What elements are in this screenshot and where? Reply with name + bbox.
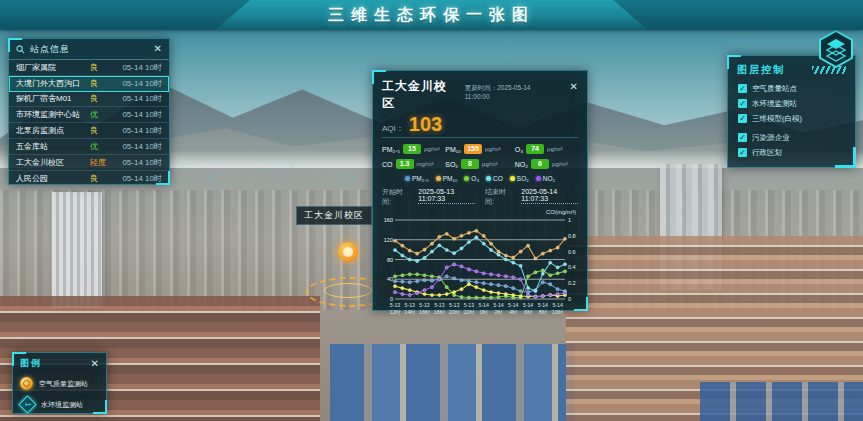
layer-checkbox[interactable]: ✓: [738, 133, 747, 142]
svg-text:80: 80: [387, 257, 393, 263]
terrain-contour-lines: [150, 150, 370, 190]
station-row[interactable]: 工大金川校区轻度05-14 10时: [9, 155, 169, 171]
svg-text:160: 160: [384, 217, 393, 223]
chart-legend-item[interactable]: NO₂: [536, 175, 555, 182]
legend-color-dot: [464, 176, 469, 181]
start-time-label: 开始时间:: [382, 187, 408, 207]
legend-panel-header: 图例 ✕: [20, 357, 99, 370]
station-time: 05-14 10时: [114, 109, 162, 120]
end-time-input[interactable]: 2025-05-14 11:07:33: [521, 188, 578, 204]
pollutant-label: PM₂.₅: [382, 146, 400, 153]
station-grade: 轻度: [90, 157, 114, 168]
industrial-blue-roofs: [330, 344, 575, 421]
svg-text:5-144时: 5-144时: [508, 302, 518, 315]
layer-item-1[interactable]: ✓水环境监测站: [728, 96, 855, 111]
station-row[interactable]: 探机厂宿舍M01良05-14 10时: [9, 92, 169, 108]
station-row[interactable]: 人民公园良05-14 10时: [9, 171, 169, 187]
station-time: 05-14 10时: [114, 78, 162, 89]
svg-text:5-1410时: 5-1410时: [552, 302, 564, 315]
station-name: 市环境监测中心站: [16, 109, 90, 120]
layer-label: 空气质量站点: [752, 84, 797, 94]
svg-text:5-140时: 5-140时: [479, 302, 489, 315]
pollutant-value-badge: 1.3: [396, 159, 414, 169]
legend-series-name: PM₁₀: [443, 175, 458, 182]
pollutant-unit: mg/m³: [417, 161, 434, 167]
legend-series-name: O₃: [471, 175, 479, 182]
station-name: 烟厂家属院: [16, 62, 90, 73]
popup-header: 工大金川校区 更新时间：2025-05-14 11:00:00 ✕: [382, 78, 578, 112]
station-row[interactable]: 北泵房监测点良05-14 10时: [9, 123, 169, 139]
pollutant-cell: O₃74μg/m³: [515, 144, 578, 154]
legend-item-label: 水环境监测站: [41, 400, 83, 410]
chart-legend-item[interactable]: PM₂.₅: [405, 175, 429, 182]
layer-item-4[interactable]: ✓行政区划: [728, 145, 855, 160]
search-icon[interactable]: [16, 45, 25, 54]
station-time: 05-14 10时: [114, 62, 162, 73]
station-grade: 良: [90, 93, 114, 104]
map-station-label[interactable]: 工大金川校区: [296, 206, 372, 225]
chart-legend: PM₂.₅PM₁₀O₃COSO₂NO₂: [382, 175, 578, 182]
station-panel-title: 站点信息: [30, 43, 70, 56]
water-station-icon: [18, 395, 36, 413]
station-time: 05-14 10时: [114, 125, 162, 136]
layer-checkbox[interactable]: ✓: [738, 114, 747, 123]
legend-items: 空气质量监测站水环境监测站: [20, 377, 99, 412]
aqi-detail-popup: 工大金川校区 更新时间：2025-05-14 11:00:00 ✕ AQI： 1…: [372, 70, 588, 311]
layer-items: ✓空气质量站点✓水环境监测站✓三维模型(白模)✓污染源企业✓行政区划: [728, 81, 855, 160]
station-list-panel: 站点信息 ✕ 烟厂家属院良05-14 10时大境门外大西沟口良05-14 10时…: [8, 38, 170, 185]
legend-series-name: PM₂.₅: [412, 175, 429, 182]
chart-legend-item[interactable]: SO₂: [510, 175, 529, 182]
pollutant-label: NO₂: [515, 161, 528, 168]
pollutant-label: CO: [382, 161, 393, 168]
pollutant-cell: PM₂.₅15μg/m³: [382, 144, 445, 154]
legend-color-dot: [536, 176, 541, 181]
svg-text:5-148时: 5-148时: [538, 302, 548, 315]
legend-panel-close-icon[interactable]: ✕: [91, 359, 99, 369]
station-time: 05-14 10时: [114, 141, 162, 152]
legend-series-name: CO: [493, 175, 503, 182]
pollutant-value-badge: 74: [526, 144, 544, 154]
layers-hexagon-icon[interactable]: [816, 29, 856, 69]
start-time-input[interactable]: 2025-05-13 11:07:33: [418, 188, 475, 204]
layer-checkbox[interactable]: ✓: [738, 148, 747, 157]
station-grade: 优: [90, 141, 114, 152]
chart-legend-item[interactable]: O₃: [464, 175, 479, 182]
station-row[interactable]: 烟厂家属院良05-14 10时: [9, 60, 169, 76]
legend-color-dot: [405, 176, 410, 181]
svg-text:5-1314时: 5-1314时: [404, 302, 416, 315]
map-legend-panel: 图例 ✕ 空气质量监测站水环境监测站: [12, 352, 107, 414]
pollutant-value-badge: 6: [531, 159, 549, 169]
station-row[interactable]: 五金库站优05-14 10时: [9, 139, 169, 155]
legend-color-dot: [510, 176, 515, 181]
station-marker-icon[interactable]: [338, 242, 358, 262]
layer-item-0[interactable]: ✓空气质量站点: [728, 81, 855, 96]
chart-legend-item[interactable]: PM₁₀: [436, 175, 458, 182]
station-panel-close-icon[interactable]: ✕: [154, 44, 162, 54]
svg-text:5-1316时: 5-1316时: [419, 302, 431, 315]
station-time: 05-14 10时: [114, 157, 162, 168]
pollutant-label: PM₁₀: [445, 146, 461, 153]
layer-label: 三维模型(白模): [752, 114, 802, 124]
station-name: 工大金川校区: [16, 157, 90, 168]
station-time: 05-14 10时: [114, 93, 162, 104]
aqi-row: AQI： 103: [382, 115, 578, 138]
popup-close-icon[interactable]: ✕: [570, 82, 578, 92]
svg-text:0.6: 0.6: [568, 249, 576, 255]
layer-checkbox[interactable]: ✓: [738, 84, 747, 93]
pollutant-cell: PM₁₀155μg/m³: [445, 144, 515, 154]
station-name: 北泵房监测点: [16, 125, 90, 136]
station-rows: 烟厂家属院良05-14 10时大境门外大西沟口良05-14 10时探机厂宿舍M0…: [9, 60, 169, 186]
svg-text:0.8: 0.8: [568, 233, 576, 239]
station-row[interactable]: 市环境监测中心站优05-14 10时: [9, 107, 169, 123]
svg-text:0.4: 0.4: [568, 264, 576, 270]
legend-series-name: SO₂: [517, 175, 529, 182]
layer-item-3[interactable]: ✓污染源企业: [728, 130, 855, 145]
station-row[interactable]: 大境门外大西沟口良05-14 10时: [9, 76, 169, 92]
svg-text:5-1312时: 5-1312时: [390, 302, 402, 315]
layer-item-2[interactable]: ✓三维模型(白模): [728, 111, 855, 126]
air-station-icon: [20, 377, 33, 390]
layer-checkbox[interactable]: ✓: [738, 99, 747, 108]
legend-item: 空气质量监测站: [20, 377, 99, 390]
chart-legend-item[interactable]: CO: [486, 175, 503, 182]
pollutant-trend-chart[interactable]: 0408012016000.20.40.60.815-1312时5-1314时5…: [382, 215, 578, 327]
